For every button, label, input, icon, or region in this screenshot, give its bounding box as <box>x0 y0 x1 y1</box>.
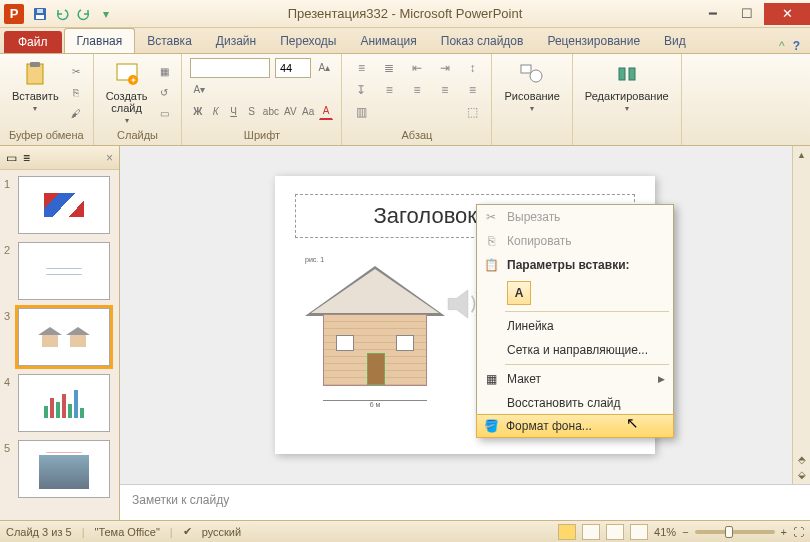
layout-icon[interactable]: ▦ <box>155 62 173 80</box>
paste-option-keep-text[interactable]: A <box>507 281 531 305</box>
line-spacing-icon[interactable]: ↕ <box>461 58 483 78</box>
tab-insert[interactable]: Вставка <box>135 29 204 53</box>
slide-editor[interactable]: Заголовок слайда рис. 1 6 м рис. 2 <box>120 146 810 484</box>
char-spacing-button[interactable]: AV <box>283 102 298 120</box>
normal-view-button[interactable] <box>558 524 576 540</box>
slide-thumb-4[interactable] <box>18 374 110 432</box>
thumb-row[interactable]: 3 <box>4 308 115 366</box>
thumbnails-list: 1 2 —————————————— 3 4 5 ——————— <box>0 170 119 520</box>
slide-thumb-2[interactable]: —————————————— <box>18 242 110 300</box>
ctx-copy[interactable]: ⎘Копировать <box>477 229 673 253</box>
bold-button[interactable]: Ж <box>190 102 205 120</box>
spellcheck-icon[interactable]: ✔ <box>183 525 192 538</box>
format-bg-icon: 🪣 <box>483 418 499 434</box>
thumb-row[interactable]: 4 <box>4 374 115 432</box>
ctx-format-background[interactable]: 🪣Формат фона... <box>476 414 674 438</box>
zoom-slider[interactable] <box>695 530 775 534</box>
reset-icon[interactable]: ↺ <box>155 83 173 101</box>
fit-to-window-button[interactable]: ⛶ <box>793 526 804 538</box>
vertical-scrollbar[interactable]: ▲ ⬘ ⬙ <box>792 146 810 484</box>
panel-close-icon[interactable]: × <box>106 151 113 165</box>
sorter-view-button[interactable] <box>582 524 600 540</box>
text-direction-icon[interactable]: ↧ <box>350 80 372 100</box>
maximize-button[interactable]: ☐ <box>730 3 764 25</box>
svg-rect-8 <box>521 65 531 73</box>
copy-icon[interactable]: ⎘ <box>67 83 85 101</box>
change-case-button[interactable]: Aa <box>301 102 316 120</box>
svg-rect-11 <box>629 68 635 80</box>
tab-review[interactable]: Рецензирование <box>535 29 652 53</box>
status-language[interactable]: русский <box>202 526 241 538</box>
ctx-grid[interactable]: Сетка и направляющие... <box>477 338 673 362</box>
zoom-in-button[interactable]: + <box>781 526 787 538</box>
group-drawing: Рисование ▾ <box>492 54 572 145</box>
columns-icon[interactable]: ▥ <box>350 102 372 122</box>
redo-icon[interactable] <box>76 6 92 22</box>
section-icon[interactable]: ▭ <box>155 104 173 122</box>
ctx-reset-slide[interactable]: Восстановить слайд <box>477 391 673 415</box>
file-tab[interactable]: Файл <box>4 31 62 53</box>
undo-icon[interactable] <box>54 6 70 22</box>
slide-thumb-3[interactable] <box>18 308 110 366</box>
prev-slide-icon[interactable]: ⬘ <box>798 454 806 465</box>
underline-button[interactable]: Ч <box>226 102 241 120</box>
tab-home[interactable]: Главная <box>64 28 136 53</box>
scissors-icon: ✂ <box>483 209 499 225</box>
drawing-button[interactable]: Рисование ▾ <box>500 58 563 115</box>
shrink-font-icon[interactable]: A▾ <box>190 80 208 98</box>
close-button[interactable]: ✕ <box>764 3 810 25</box>
slides-tab-icon[interactable]: ▭ <box>6 151 17 165</box>
qat-dropdown-icon[interactable]: ▾ <box>98 6 114 22</box>
new-slide-button[interactable]: ✦ Создать слайд ▾ <box>102 58 152 127</box>
reading-view-button[interactable] <box>606 524 624 540</box>
outline-tab-icon[interactable]: ≡ <box>23 151 30 165</box>
bullets-icon[interactable]: ≡ <box>350 58 372 78</box>
font-family-select[interactable] <box>190 58 270 78</box>
thumb-row[interactable]: 1 <box>4 176 115 234</box>
italic-button[interactable]: К <box>208 102 223 120</box>
slide-thumb-5[interactable]: ——————— <box>18 440 110 498</box>
increase-indent-icon[interactable]: ⇥ <box>434 58 456 78</box>
zoom-level[interactable]: 41% <box>654 526 676 538</box>
ribbon-minimize-icon[interactable]: ^ <box>779 39 785 53</box>
shadow-button[interactable]: abc <box>262 102 280 120</box>
tab-animation[interactable]: Анимация <box>348 29 428 53</box>
tab-view[interactable]: Вид <box>652 29 698 53</box>
thumb-row[interactable]: 5 ——————— <box>4 440 115 498</box>
tab-transitions[interactable]: Переходы <box>268 29 348 53</box>
group-paragraph: ≡ ≣ ⇤ ⇥ ↕ ↧ ≡ ≡ ≡ ≡ ▥ ⬚ Абзац <box>342 54 492 145</box>
thumb-row[interactable]: 2 —————————————— <box>4 242 115 300</box>
help-icon[interactable]: ? <box>793 39 800 53</box>
ctx-layout[interactable]: ▦Макет▶ <box>477 367 673 391</box>
align-center-icon[interactable]: ≡ <box>406 80 428 100</box>
save-icon[interactable] <box>32 6 48 22</box>
font-color-button[interactable]: A <box>319 102 334 120</box>
paste-button[interactable]: Вставить ▾ <box>8 58 63 122</box>
align-right-icon[interactable]: ≡ <box>434 80 456 100</box>
thumbnail-panel: ▭ ≡ × 1 2 —————————————— 3 4 5 — <box>0 146 120 520</box>
cut-icon[interactable]: ✂ <box>67 62 85 80</box>
tab-design[interactable]: Дизайн <box>204 29 268 53</box>
align-left-icon[interactable]: ≡ <box>378 80 400 100</box>
format-painter-icon[interactable]: 🖌 <box>67 104 85 122</box>
convert-smartart-icon[interactable]: ⬚ <box>461 102 483 122</box>
editing-button[interactable]: Редактирование ▾ <box>581 58 673 115</box>
strikethrough-button[interactable]: S <box>244 102 259 120</box>
status-bar: Слайд 3 из 5 | "Тема Office" | ✔ русский… <box>0 520 810 542</box>
numbering-icon[interactable]: ≣ <box>378 58 400 78</box>
slide-thumb-1[interactable] <box>18 176 110 234</box>
grow-font-icon[interactable]: A▴ <box>315 58 333 76</box>
font-size-select[interactable] <box>275 58 311 78</box>
next-slide-icon[interactable]: ⬙ <box>798 469 806 480</box>
ctx-ruler[interactable]: Линейка <box>477 314 673 338</box>
tab-slideshow[interactable]: Показ слайдов <box>429 29 536 53</box>
justify-icon[interactable]: ≡ <box>461 80 483 100</box>
notes-pane[interactable]: Заметки к слайду <box>120 484 810 520</box>
scroll-up-icon[interactable]: ▲ <box>797 150 806 160</box>
ctx-cut[interactable]: ✂Вырезать <box>477 205 673 229</box>
minimize-button[interactable]: ━ <box>696 3 730 25</box>
decrease-indent-icon[interactable]: ⇤ <box>406 58 428 78</box>
ctx-paste-options: A <box>477 277 673 309</box>
slideshow-view-button[interactable] <box>630 524 648 540</box>
zoom-out-button[interactable]: − <box>682 526 688 538</box>
